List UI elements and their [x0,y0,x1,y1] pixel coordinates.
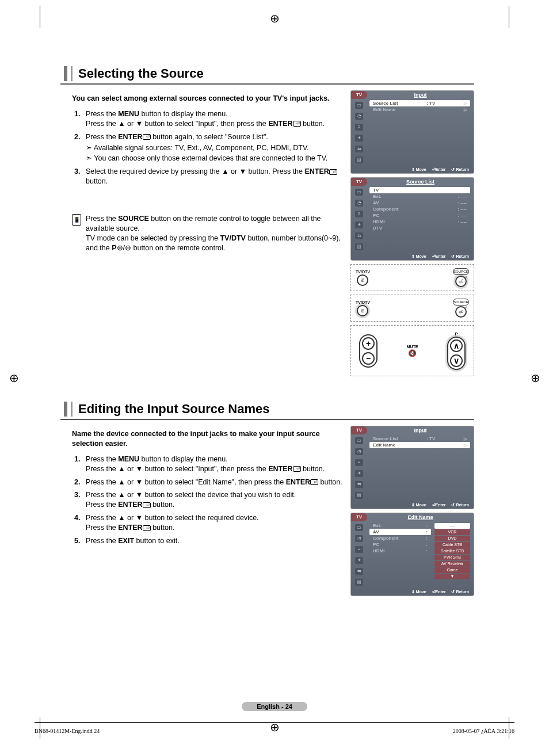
osd-input-menu-2: TV Input ▭ ◔ ≡ ✦ ⇆ ▤ [350,426,474,509]
name-option: DVD [434,536,470,541]
divider [60,419,474,420]
name-option: Satellite STB [434,548,470,554]
osd-row: TV [369,187,470,193]
step-3: Press the ▲ or ▼ button to select the de… [82,490,342,510]
step2-sub2: ➣ You can choose only those external dev… [94,154,342,163]
vol-down-icon: − [362,352,375,365]
sound-icon: ◔ [355,200,363,207]
section-heading: Editing the Input Source Names [64,402,474,417]
arrow-right-icon: ▷ [464,106,467,113]
osd-sidebar-icons: ▭ ◔ ≡ ✦ ⇆ ▤ [351,521,367,589]
input-icon: ⇆ [355,146,363,152]
osd-row: AV: [369,529,431,535]
step2-sub1: ➣ Available signal sources: TV, Ext., AV… [94,143,342,153]
osd-sidebar-icons: ▭ ◔ ≡ ✦ ⇆ ▤ [351,99,367,166]
channel-icon: ≡ [355,211,363,217]
section-heading: Selecting the Source [64,66,474,81]
footer-divider [35,722,514,723]
print-footer: BN68-01412M-Eng.indd 24 2008-05-07 ¿ÀÈÄ … [35,728,514,734]
input-icon: ⇆ [355,481,363,488]
osd-tv-badge: TV [351,91,367,99]
osd-tv-badge: TV [351,513,367,521]
osd-row: HDMI: [369,548,431,554]
osd-sidebar-icons: ▭ ◔ ≡ ✦ ⇆ ▤ [351,186,367,253]
ch-down-icon: ∨ [450,354,463,367]
picture-icon: ▭ [355,524,363,531]
mute-button: MUTE 🔇 [407,345,418,357]
picture-icon: ▭ [355,189,363,196]
osd-sidebar-icons: ▭ ◔ ≡ ✦ ⇆ ▤ [351,434,367,502]
enter-icon: ⏎ [143,525,151,531]
enter-icon: ⏎ [329,169,337,175]
setup-icon: ✦ [355,470,363,477]
osd-input-menu: TV Input ▭ ◔ ≡ ✦ ⇆ ▤ Source List [350,90,474,174]
section-title: Editing the Input Source Names [71,402,474,417]
arrow-right-icon: ▷ [464,436,467,442]
osd-footer: ⇕ Move ⏎Enter ↺ Return [351,589,474,595]
step-5: Press the EXIT button to exit. [82,536,342,546]
section1-body: You can select among external sources co… [60,90,342,376]
section2-intro: Name the device connected to the input j… [72,429,342,449]
name-option: Game [434,567,470,573]
step-1: Press the MENU button to display the men… [82,109,342,129]
picture-icon: ▭ [355,437,363,444]
name-option: PVR STB [434,555,470,560]
osd-tv-badge: TV [351,426,367,434]
section2-steps: Press the MENU button to display the men… [82,455,342,546]
dm-icon: ▤ [355,492,363,499]
osd-tv-badge: TV [351,178,367,186]
osd-footer: ⇕ Move ⏎Enter ↺ Return [351,253,474,260]
dm-icon: ▤ [355,243,363,250]
osd-row: HDMI: ---- [369,219,470,225]
registration-mark-icon: ⊕ [268,12,281,25]
vol-up-icon: + [362,337,375,350]
osd-row: Ext.: [369,522,431,529]
osd-row: Component: ---- [369,206,470,212]
registration-mark-icon: ⊕ [528,371,542,385]
name-option: Cable STB [434,542,470,548]
osd-row: AV: ---- [369,200,470,206]
tvdtv-button: TV/DTV ⎚ [356,270,370,286]
osd-title: Input [367,91,474,99]
dm-icon: ▤ [355,156,363,163]
step-1: Press the MENU button to display the men… [82,455,342,474]
setup-icon: ✦ [355,557,363,564]
tvdtv-button-highlight: TV/DTV ⎚ [356,300,370,316]
enter-icon: ⏎ [293,121,301,127]
trim-mark [509,6,509,28]
name-option: VCR [434,529,470,535]
sound-icon: ◔ [355,113,363,120]
arrow-right-icon: ▷ [464,100,467,106]
footer-timestamp: 2008-05-07 ¿ÀÈÄ 3:21:16 [453,728,514,734]
registration-mark-icon: ⊕ [7,371,21,385]
channel-icon: ≡ [355,124,363,131]
osd-row-edit-name: Edit Name ▷ [369,106,470,113]
remote-diagram-3: + − MUTE 🔇 P ∧ ∨ [350,325,474,376]
osd-edit-name: TV Edit Name ▭ ◔ ≡ ✦ ⇆ ▤ [350,513,474,596]
page-content: Selecting the Source You can select amon… [60,66,474,600]
osd-title: Input [367,426,474,434]
input-icon: ⇆ [355,568,363,575]
osd-row: PC: ---- [369,212,470,219]
name-option: AV Receiver [434,561,470,567]
enter-icon: ⏎ [293,466,301,472]
section-title: Selecting the Source [71,66,474,81]
setup-icon: ✦ [355,222,363,228]
step-4: Press the ▲ or ▼ button to select the re… [82,513,342,533]
enter-icon: ⏎ [143,502,151,508]
osd-source-list: TV Source List ▭ ◔ ≡ ✦ ⇆ ▤ TV Ext.: ---- [350,177,474,261]
ch-up-icon: ∧ [450,339,463,352]
divider [60,83,474,85]
step-3: Select the required device by pressing t… [82,167,342,186]
osd-row-source-list: Source List : TV ▷ [369,100,470,106]
trim-mark [40,6,40,28]
sound-icon: ◔ [355,448,363,455]
arrow-right-icon: ▷ [464,442,467,448]
remote-diagram-2: TV/DTV ⎚ SOURCE ⏎ ⏎ [350,295,474,322]
enter-icon: ⏎ [310,479,318,485]
name-option: ---- [434,523,470,529]
mute-icon: 🔇 [408,349,417,357]
osd-row: Component: [369,535,431,541]
section1-figures: TV Input ▭ ◔ ≡ ✦ ⇆ ▤ Source List [350,90,474,376]
step-2: Press the ENTER⏎ button again, to select… [82,132,342,164]
